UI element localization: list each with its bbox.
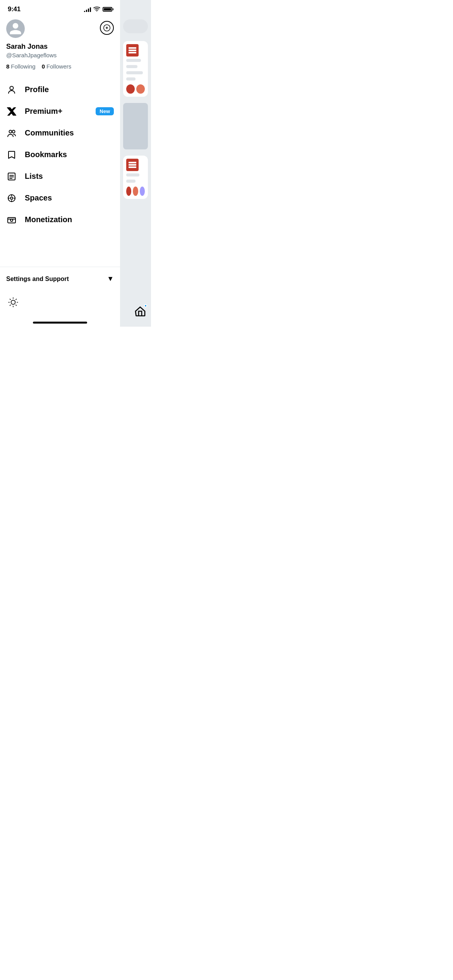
user-section: Sarah Jonas @SarahJpageflows 8 Following… <box>0 16 120 76</box>
bg-card-2 <box>123 156 148 199</box>
bg-search-bar <box>123 19 148 33</box>
nav-label-premium: Premium+ <box>25 107 88 116</box>
followers-stat[interactable]: 0 Followers <box>42 63 72 70</box>
status-time: 9:41 <box>8 5 21 13</box>
notification-dot <box>144 304 147 307</box>
bg-content <box>120 0 151 199</box>
nav-label-profile: Profile <box>25 85 114 94</box>
home-icon[interactable] <box>134 305 146 319</box>
bg-card-logo-2 <box>126 159 139 171</box>
svg-point-3 <box>12 130 15 133</box>
nav-item-premium[interactable]: Premium+ New <box>0 101 120 122</box>
svg-point-0 <box>96 11 97 12</box>
chevron-down-icon: ▼ <box>107 275 114 283</box>
following-count: 8 <box>6 63 9 70</box>
status-bar: 9:41 <box>0 0 120 16</box>
battery-icon <box>103 7 112 12</box>
nav-label-monetization: Monetization <box>25 215 114 224</box>
divider <box>0 267 120 267</box>
svg-line-20 <box>16 299 17 300</box>
x-icon <box>6 106 17 117</box>
spaces-icon <box>6 193 17 204</box>
follow-stats: 8 Following 0 Followers <box>6 63 114 70</box>
svg-line-16 <box>16 305 17 306</box>
svg-point-9 <box>10 197 13 199</box>
add-account-button[interactable] <box>100 21 114 35</box>
bg-card-1 <box>123 41 148 97</box>
user-handle: @SarahJpageflows <box>6 52 114 58</box>
followers-count: 0 <box>42 63 45 70</box>
nav-label-lists: Lists <box>25 172 114 181</box>
nav-item-spaces[interactable]: Spaces <box>0 187 120 209</box>
person-icon <box>6 84 17 95</box>
bookmark-icon <box>6 149 17 160</box>
bg-bottom-icons <box>134 305 146 319</box>
wifi-icon <box>93 6 100 13</box>
nav-label-bookmarks: Bookmarks <box>25 150 114 159</box>
lists-icon <box>6 171 17 182</box>
svg-point-12 <box>11 300 15 305</box>
user-header <box>6 19 114 38</box>
nav-label-communities: Communities <box>25 128 114 137</box>
home-pill <box>33 322 87 324</box>
monetization-icon <box>6 214 17 225</box>
svg-point-2 <box>9 130 12 133</box>
nav-item-lists[interactable]: Lists <box>0 166 120 187</box>
bg-card-logo-1 <box>126 44 139 57</box>
status-icons <box>84 6 112 13</box>
theme-toggle-button[interactable] <box>6 295 20 309</box>
new-badge: New <box>96 107 114 115</box>
nav-item-bookmarks[interactable]: Bookmarks <box>0 144 120 166</box>
svg-rect-10 <box>8 218 15 223</box>
svg-rect-23 <box>129 52 136 53</box>
settings-row[interactable]: Settings and Support ▼ <box>6 275 114 283</box>
svg-rect-25 <box>129 164 136 166</box>
nav-list: Profile Premium+ New <box>0 76 120 265</box>
followers-label: Followers <box>46 63 71 70</box>
svg-rect-26 <box>129 166 136 168</box>
svg-rect-21 <box>129 47 136 49</box>
bottom-section <box>0 289 120 319</box>
svg-line-19 <box>10 305 11 306</box>
communities-icon <box>6 128 17 139</box>
nav-item-monetization[interactable]: Monetization <box>0 209 120 231</box>
background-panel <box>120 0 151 327</box>
following-label: Following <box>11 63 35 70</box>
nav-label-spaces: Spaces <box>25 194 114 202</box>
avatar[interactable] <box>6 19 25 38</box>
svg-line-15 <box>10 299 11 300</box>
signal-icon <box>84 7 91 12</box>
settings-label: Settings and Support <box>6 276 69 283</box>
svg-rect-22 <box>129 50 136 51</box>
settings-section: Settings and Support ▼ <box>0 269 120 289</box>
user-name: Sarah Jonas <box>6 43 114 51</box>
svg-rect-24 <box>129 162 136 163</box>
drawer-panel: 9:41 <box>0 0 120 327</box>
following-stat[interactable]: 8 Following <box>6 63 36 70</box>
home-indicator <box>0 319 120 327</box>
nav-item-profile[interactable]: Profile <box>0 79 120 101</box>
nav-item-communities[interactable]: Communities <box>0 122 120 144</box>
